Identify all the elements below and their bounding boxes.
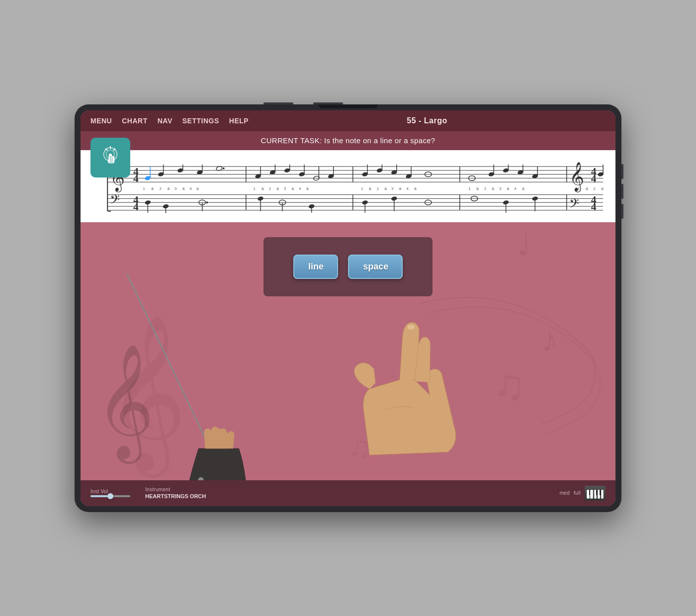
bottom-controls: Inst Vol Instrument HEARTSTRINGS ORCH me… bbox=[81, 480, 615, 506]
svg-line-154 bbox=[127, 274, 217, 462]
nav-button[interactable]: NAV bbox=[158, 117, 173, 125]
svg-text:&: & bbox=[476, 186, 479, 191]
svg-text:4: 4 bbox=[514, 186, 517, 191]
volume-slider-fill bbox=[90, 495, 108, 497]
size-full-label[interactable]: full bbox=[574, 490, 581, 496]
line-answer-button[interactable]: line bbox=[293, 255, 338, 279]
svg-text:&: & bbox=[261, 186, 264, 191]
svg-text:1: 1 bbox=[253, 186, 255, 191]
instrument-label: Instrument bbox=[145, 487, 206, 492]
svg-text:4: 4 bbox=[591, 201, 597, 213]
tablet-notch bbox=[318, 104, 378, 108]
size-med-label[interactable]: med bbox=[560, 490, 570, 496]
svg-text:&: & bbox=[414, 186, 417, 191]
svg-text:&: & bbox=[276, 186, 279, 191]
svg-text:&: & bbox=[196, 186, 199, 191]
piano-key-8 bbox=[601, 490, 604, 499]
touch-icon-button[interactable] bbox=[90, 138, 130, 177]
svg-point-48 bbox=[223, 168, 225, 170]
volume-slider[interactable] bbox=[90, 495, 130, 497]
piano-key-3 bbox=[590, 490, 593, 499]
decorative-treble-clef: 𝄞 bbox=[95, 351, 154, 450]
svg-text:1: 1 bbox=[578, 186, 580, 191]
svg-text:&: & bbox=[167, 186, 170, 191]
svg-text:&: & bbox=[384, 186, 387, 191]
menu-button[interactable]: MENU bbox=[90, 117, 112, 125]
top-button-2[interactable] bbox=[313, 102, 343, 104]
chart-button[interactable]: CHART bbox=[122, 117, 148, 125]
main-content: 𝄞 bbox=[81, 222, 615, 480]
svg-text:𝄢: 𝄢 bbox=[569, 196, 579, 214]
svg-text:&: & bbox=[492, 186, 495, 191]
svg-text:4: 4 bbox=[133, 201, 139, 213]
volume-slider-container bbox=[90, 495, 130, 497]
svg-text:4: 4 bbox=[591, 173, 597, 184]
sheet-music-area: 𝄞 𝄢 4 4 4 4 bbox=[81, 150, 615, 222]
svg-text:2: 2 bbox=[269, 186, 271, 191]
svg-text:1: 1 bbox=[361, 186, 363, 191]
svg-point-156 bbox=[408, 325, 415, 330]
svg-text:3: 3 bbox=[284, 186, 286, 191]
svg-text:3: 3 bbox=[499, 186, 501, 191]
volume-slider-thumb bbox=[107, 493, 113, 499]
svg-text:𝄢: 𝄢 bbox=[110, 192, 120, 210]
inst-vol-group: Inst Vol bbox=[90, 489, 130, 497]
sheet-music-svg: 𝄞 𝄢 4 4 4 4 bbox=[90, 156, 606, 216]
side-button-1[interactable] bbox=[621, 164, 623, 179]
svg-text:2: 2 bbox=[484, 186, 486, 191]
svg-text:&: & bbox=[586, 186, 589, 191]
svg-text:4: 4 bbox=[133, 173, 139, 184]
svg-text:1: 1 bbox=[143, 186, 145, 191]
top-button-1[interactable] bbox=[263, 102, 293, 104]
svg-point-133 bbox=[206, 201, 208, 203]
side-button-2[interactable] bbox=[621, 184, 623, 199]
svg-text:𝄞: 𝄞 bbox=[569, 162, 584, 192]
svg-text:&: & bbox=[182, 186, 185, 191]
task-bar: CURRENT TASK: Is the note on a line or a… bbox=[81, 131, 615, 150]
help-button[interactable]: HELP bbox=[229, 117, 249, 125]
svg-text:&: & bbox=[507, 186, 510, 191]
size-indicator: med full bbox=[560, 486, 606, 501]
svg-text:&: & bbox=[522, 186, 525, 191]
space-answer-button[interactable]: space bbox=[348, 255, 403, 279]
svg-text:&: & bbox=[306, 186, 309, 191]
svg-text:1: 1 bbox=[468, 186, 470, 191]
side-button-3[interactable] bbox=[621, 204, 623, 219]
svg-text:3: 3 bbox=[391, 186, 393, 191]
answer-panel: line space bbox=[263, 237, 433, 296]
task-text: CURRENT TASK: Is the note on a line or a… bbox=[261, 136, 435, 145]
page-title: 55 - Largo bbox=[249, 116, 606, 125]
svg-text:&: & bbox=[292, 186, 295, 191]
nav-menu-group: MENU CHART NAV SETTINGS HELP bbox=[90, 117, 249, 125]
piano-icon-button[interactable] bbox=[585, 486, 606, 501]
svg-text:&: & bbox=[151, 186, 154, 191]
touching-hand-illustration bbox=[294, 274, 535, 455]
tablet-screen: ♪ ♫ ♩ ♪ ♫ ♩ ♪ ♫ 𝄞 ♪ ♩ ♫ ♪ ♩ ♫ ♪ bbox=[81, 110, 615, 506]
svg-text:3: 3 bbox=[174, 186, 176, 191]
settings-button[interactable]: SETTINGS bbox=[182, 117, 219, 125]
svg-text:4: 4 bbox=[189, 186, 192, 191]
svg-text:2: 2 bbox=[377, 186, 379, 191]
svg-text:&: & bbox=[601, 186, 604, 191]
navigation-bar: MENU CHART NAV SETTINGS HELP 55 - Largo bbox=[81, 110, 615, 131]
svg-text:4: 4 bbox=[406, 186, 409, 191]
tablet-frame: ♪ ♫ ♩ ♪ ♫ ♩ ♪ ♫ 𝄞 ♪ ♩ ♫ ♪ ♩ ♫ ♪ bbox=[75, 104, 621, 512]
svg-text:4: 4 bbox=[299, 186, 301, 191]
svg-text:&: & bbox=[369, 186, 372, 191]
instrument-name: HEARTSTRINGS ORCH bbox=[145, 493, 206, 499]
svg-text:&: & bbox=[399, 186, 402, 191]
svg-text:2: 2 bbox=[160, 186, 162, 191]
svg-text:2: 2 bbox=[594, 186, 596, 191]
instrument-group: Instrument HEARTSTRINGS ORCH bbox=[145, 487, 206, 499]
